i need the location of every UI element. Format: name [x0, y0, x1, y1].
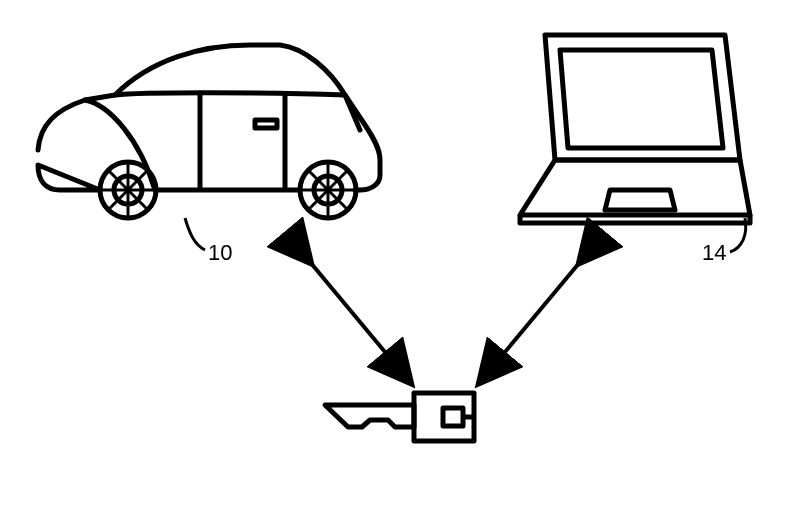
vehicle-ref-label: 10 [208, 240, 232, 266]
arrows [0, 0, 800, 506]
svg-line-16 [300, 250, 400, 370]
svg-line-17 [490, 250, 590, 370]
laptop-ref-label: 14 [702, 240, 726, 266]
